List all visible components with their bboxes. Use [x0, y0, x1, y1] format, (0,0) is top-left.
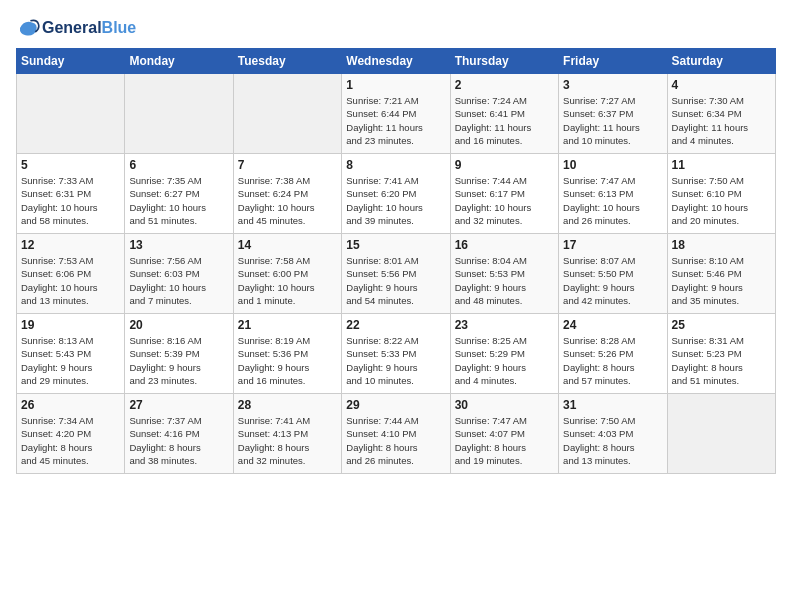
- calendar-cell: 3Sunrise: 7:27 AM Sunset: 6:37 PM Daylig…: [559, 74, 667, 154]
- calendar-cell: 19Sunrise: 8:13 AM Sunset: 5:43 PM Dayli…: [17, 314, 125, 394]
- calendar-cell: [233, 74, 341, 154]
- calendar-cell: 13Sunrise: 7:56 AM Sunset: 6:03 PM Dayli…: [125, 234, 233, 314]
- calendar-cell: 31Sunrise: 7:50 AM Sunset: 4:03 PM Dayli…: [559, 394, 667, 474]
- weekday-header-row: SundayMondayTuesdayWednesdayThursdayFrid…: [17, 49, 776, 74]
- calendar-cell: 18Sunrise: 8:10 AM Sunset: 5:46 PM Dayli…: [667, 234, 775, 314]
- day-number: 4: [672, 78, 771, 92]
- calendar-table: SundayMondayTuesdayWednesdayThursdayFrid…: [16, 48, 776, 474]
- day-info: Sunrise: 7:24 AM Sunset: 6:41 PM Dayligh…: [455, 94, 554, 147]
- day-number: 11: [672, 158, 771, 172]
- calendar-cell: 23Sunrise: 8:25 AM Sunset: 5:29 PM Dayli…: [450, 314, 558, 394]
- weekday-header-wednesday: Wednesday: [342, 49, 450, 74]
- calendar-cell: 24Sunrise: 8:28 AM Sunset: 5:26 PM Dayli…: [559, 314, 667, 394]
- calendar-cell: 8Sunrise: 7:41 AM Sunset: 6:20 PM Daylig…: [342, 154, 450, 234]
- day-number: 8: [346, 158, 445, 172]
- calendar-cell: 22Sunrise: 8:22 AM Sunset: 5:33 PM Dayli…: [342, 314, 450, 394]
- day-number: 21: [238, 318, 337, 332]
- day-info: Sunrise: 8:31 AM Sunset: 5:23 PM Dayligh…: [672, 334, 771, 387]
- day-number: 12: [21, 238, 120, 252]
- calendar-cell: 25Sunrise: 8:31 AM Sunset: 5:23 PM Dayli…: [667, 314, 775, 394]
- day-info: Sunrise: 7:34 AM Sunset: 4:20 PM Dayligh…: [21, 414, 120, 467]
- calendar-cell: 6Sunrise: 7:35 AM Sunset: 6:27 PM Daylig…: [125, 154, 233, 234]
- day-number: 29: [346, 398, 445, 412]
- day-info: Sunrise: 8:10 AM Sunset: 5:46 PM Dayligh…: [672, 254, 771, 307]
- logo-blue: Blue: [102, 19, 137, 36]
- day-info: Sunrise: 8:28 AM Sunset: 5:26 PM Dayligh…: [563, 334, 662, 387]
- day-number: 1: [346, 78, 445, 92]
- logo: GeneralBlue: [16, 16, 136, 40]
- calendar-week-5: 26Sunrise: 7:34 AM Sunset: 4:20 PM Dayli…: [17, 394, 776, 474]
- day-number: 3: [563, 78, 662, 92]
- calendar-cell: 28Sunrise: 7:41 AM Sunset: 4:13 PM Dayli…: [233, 394, 341, 474]
- day-info: Sunrise: 7:38 AM Sunset: 6:24 PM Dayligh…: [238, 174, 337, 227]
- calendar-cell: 5Sunrise: 7:33 AM Sunset: 6:31 PM Daylig…: [17, 154, 125, 234]
- day-info: Sunrise: 8:07 AM Sunset: 5:50 PM Dayligh…: [563, 254, 662, 307]
- calendar-cell: 20Sunrise: 8:16 AM Sunset: 5:39 PM Dayli…: [125, 314, 233, 394]
- day-info: Sunrise: 7:41 AM Sunset: 6:20 PM Dayligh…: [346, 174, 445, 227]
- calendar-week-4: 19Sunrise: 8:13 AM Sunset: 5:43 PM Dayli…: [17, 314, 776, 394]
- day-number: 5: [21, 158, 120, 172]
- day-number: 7: [238, 158, 337, 172]
- calendar-cell: [667, 394, 775, 474]
- weekday-header-friday: Friday: [559, 49, 667, 74]
- day-info: Sunrise: 8:16 AM Sunset: 5:39 PM Dayligh…: [129, 334, 228, 387]
- day-number: 26: [21, 398, 120, 412]
- day-number: 23: [455, 318, 554, 332]
- calendar-cell: 14Sunrise: 7:58 AM Sunset: 6:00 PM Dayli…: [233, 234, 341, 314]
- day-number: 10: [563, 158, 662, 172]
- calendar-week-3: 12Sunrise: 7:53 AM Sunset: 6:06 PM Dayli…: [17, 234, 776, 314]
- day-number: 13: [129, 238, 228, 252]
- calendar-cell: 30Sunrise: 7:47 AM Sunset: 4:07 PM Dayli…: [450, 394, 558, 474]
- calendar-cell: 10Sunrise: 7:47 AM Sunset: 6:13 PM Dayli…: [559, 154, 667, 234]
- day-info: Sunrise: 8:04 AM Sunset: 5:53 PM Dayligh…: [455, 254, 554, 307]
- day-number: 28: [238, 398, 337, 412]
- logo-general: General: [42, 19, 102, 36]
- calendar-cell: 4Sunrise: 7:30 AM Sunset: 6:34 PM Daylig…: [667, 74, 775, 154]
- day-info: Sunrise: 7:50 AM Sunset: 6:10 PM Dayligh…: [672, 174, 771, 227]
- day-number: 18: [672, 238, 771, 252]
- day-number: 14: [238, 238, 337, 252]
- day-number: 19: [21, 318, 120, 332]
- day-info: Sunrise: 7:53 AM Sunset: 6:06 PM Dayligh…: [21, 254, 120, 307]
- calendar-cell: 2Sunrise: 7:24 AM Sunset: 6:41 PM Daylig…: [450, 74, 558, 154]
- calendar-cell: 29Sunrise: 7:44 AM Sunset: 4:10 PM Dayli…: [342, 394, 450, 474]
- calendar-cell: 26Sunrise: 7:34 AM Sunset: 4:20 PM Dayli…: [17, 394, 125, 474]
- day-info: Sunrise: 7:50 AM Sunset: 4:03 PM Dayligh…: [563, 414, 662, 467]
- day-info: Sunrise: 7:37 AM Sunset: 4:16 PM Dayligh…: [129, 414, 228, 467]
- day-info: Sunrise: 7:58 AM Sunset: 6:00 PM Dayligh…: [238, 254, 337, 307]
- day-info: Sunrise: 7:35 AM Sunset: 6:27 PM Dayligh…: [129, 174, 228, 227]
- calendar-cell: 16Sunrise: 8:04 AM Sunset: 5:53 PM Dayli…: [450, 234, 558, 314]
- day-info: Sunrise: 8:25 AM Sunset: 5:29 PM Dayligh…: [455, 334, 554, 387]
- day-info: Sunrise: 7:47 AM Sunset: 6:13 PM Dayligh…: [563, 174, 662, 227]
- calendar-cell: 1Sunrise: 7:21 AM Sunset: 6:44 PM Daylig…: [342, 74, 450, 154]
- weekday-header-monday: Monday: [125, 49, 233, 74]
- day-info: Sunrise: 8:22 AM Sunset: 5:33 PM Dayligh…: [346, 334, 445, 387]
- calendar-cell: [17, 74, 125, 154]
- day-number: 15: [346, 238, 445, 252]
- day-number: 2: [455, 78, 554, 92]
- day-number: 16: [455, 238, 554, 252]
- day-info: Sunrise: 8:19 AM Sunset: 5:36 PM Dayligh…: [238, 334, 337, 387]
- weekday-header-sunday: Sunday: [17, 49, 125, 74]
- day-number: 25: [672, 318, 771, 332]
- day-number: 17: [563, 238, 662, 252]
- calendar-cell: 27Sunrise: 7:37 AM Sunset: 4:16 PM Dayli…: [125, 394, 233, 474]
- calendar-cell: 7Sunrise: 7:38 AM Sunset: 6:24 PM Daylig…: [233, 154, 341, 234]
- day-info: Sunrise: 7:30 AM Sunset: 6:34 PM Dayligh…: [672, 94, 771, 147]
- day-number: 31: [563, 398, 662, 412]
- day-number: 20: [129, 318, 228, 332]
- day-info: Sunrise: 8:01 AM Sunset: 5:56 PM Dayligh…: [346, 254, 445, 307]
- weekday-header-tuesday: Tuesday: [233, 49, 341, 74]
- day-number: 27: [129, 398, 228, 412]
- day-number: 22: [346, 318, 445, 332]
- weekday-header-thursday: Thursday: [450, 49, 558, 74]
- logo-icon: [16, 16, 40, 40]
- page-header: GeneralBlue: [16, 16, 776, 40]
- day-info: Sunrise: 7:21 AM Sunset: 6:44 PM Dayligh…: [346, 94, 445, 147]
- day-info: Sunrise: 7:56 AM Sunset: 6:03 PM Dayligh…: [129, 254, 228, 307]
- calendar-week-2: 5Sunrise: 7:33 AM Sunset: 6:31 PM Daylig…: [17, 154, 776, 234]
- weekday-header-saturday: Saturday: [667, 49, 775, 74]
- day-info: Sunrise: 8:13 AM Sunset: 5:43 PM Dayligh…: [21, 334, 120, 387]
- calendar-cell: 17Sunrise: 8:07 AM Sunset: 5:50 PM Dayli…: [559, 234, 667, 314]
- calendar-cell: 15Sunrise: 8:01 AM Sunset: 5:56 PM Dayli…: [342, 234, 450, 314]
